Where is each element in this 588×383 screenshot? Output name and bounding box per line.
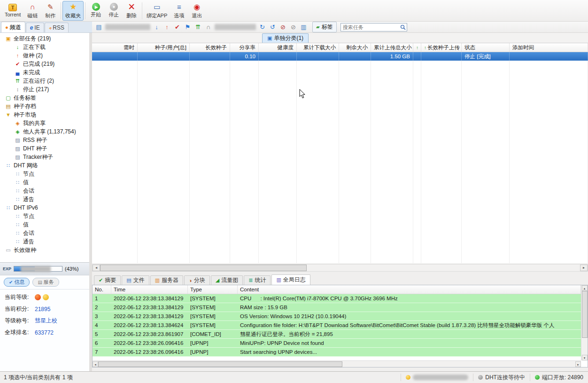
tab-servers[interactable]: ▥服务器 — [150, 275, 183, 285]
hscroll-thumb[interactable] — [100, 265, 307, 271]
priority-up-icon[interactable]: ⇈ — [194, 23, 202, 31]
tags-button[interactable]: ▰ 标签 — [312, 22, 337, 32]
column-header-downloaded-size[interactable]: 累计下载大小 — [297, 43, 339, 52]
pieces-icon: ◑ — [189, 278, 192, 283]
scroll-left-icon[interactable]: ◂ — [93, 265, 100, 271]
sidebar-item-longterm-seeding[interactable]: ▭长效做种 — [0, 246, 89, 254]
flag-icon[interactable]: ⚑ — [184, 23, 192, 31]
mark-finished-icon[interactable]: ✔ — [173, 23, 181, 31]
log-scroll-left-icon[interactable]: ◂ — [93, 361, 98, 367]
bind-app-button[interactable]: ▭绑定APP — [144, 1, 170, 21]
sidebar-item-torrent-archive[interactable]: ▤种子存档 — [0, 102, 89, 110]
tab-service[interactable]: ▤ 服务 — [32, 278, 59, 287]
column-header-added-time[interactable]: 添加时间 — [510, 43, 588, 52]
magnet-link-button[interactable]: ∩磁链 — [23, 1, 41, 21]
sidebar-item-dht6-announce[interactable]: ∷通告 — [0, 237, 89, 246]
column-header-uploaded-size[interactable]: 累计上传总大小 — [371, 43, 413, 52]
task-row[interactable]: 0.101.50 GB停止 [完成] — [92, 52, 588, 61]
sidebar-item-dht-sessions[interactable]: ∷会话 — [0, 187, 89, 195]
delete-button[interactable]: ✕删除 — [123, 1, 140, 21]
sidebar-item-dht-network[interactable]: ∷DHT 网络 — [0, 161, 89, 170]
log-column-type[interactable]: Type — [188, 285, 238, 294]
sidebar-item-dht6-values[interactable]: ∷值 — [0, 220, 89, 229]
log-vscrollbar[interactable]: ▴ ▾ — [581, 285, 588, 360]
sidebar-tab-rss[interactable]: »RSS — [45, 23, 69, 32]
sidebar-item-finished[interactable]: ✔已完成 (219) — [0, 60, 89, 68]
sidebar: ▣全部任务 (219)↓正在下载↑做种 (2)✔已完成 (219)▄未完成⇈正在… — [0, 33, 89, 371]
tab-global-log[interactable]: ▥全局日志 — [271, 274, 310, 285]
favorites-button[interactable]: ★收藏夹 — [62, 1, 84, 21]
log-cell: [SYSTEM] — [188, 294, 238, 303]
vscroll-thumb[interactable] — [582, 291, 588, 338]
undo-icon[interactable]: ↺ — [269, 23, 277, 31]
sidebar-item-dht-torrents[interactable]: ▨DHT 种子 — [0, 144, 89, 153]
sidebar-item-my-share[interactable]: ◈我的共享 — [0, 119, 89, 127]
disabled-icon[interactable]: ⊘ — [289, 23, 297, 31]
sidebar-item-running[interactable]: ⇈正在运行 (2) — [0, 77, 89, 85]
search-input[interactable] — [340, 23, 407, 31]
tab-statistics[interactable]: ≣统计 — [244, 275, 271, 285]
scroll-right-icon[interactable]: ▸ — [580, 265, 588, 271]
task-list-hscrollbar[interactable]: ◂ ▸ — [92, 264, 588, 272]
sidebar-item-torrent-market[interactable]: ▼种子市场 — [0, 110, 89, 119]
tab-single-category[interactable]: ▣ 单独分类(1) — [262, 33, 309, 43]
column-header-seeds-users[interactable]: 种子/用户[总] — [138, 43, 190, 52]
start-button[interactable]: ▶开始 — [87, 1, 105, 21]
search-icon[interactable] — [400, 24, 406, 30]
sidebar-item-rss-torrents[interactable]: ▨RSS 种子 — [0, 136, 89, 144]
sidebar-item-stopped[interactable]: ↕停止 (217) — [0, 85, 89, 94]
log-hscrollbar[interactable]: ◂ ▸ — [93, 360, 581, 367]
column-header-share-ratio[interactable]: 分享率 — [230, 43, 259, 52]
sidebar-item-downloading[interactable]: ↓正在下载 — [0, 43, 89, 51]
report-icon[interactable]: ▥ — [300, 23, 308, 31]
sidebar-item-dht-values[interactable]: ∷值 — [0, 178, 89, 187]
task-cell-status: 停止 [完成] — [462, 52, 510, 61]
new-task-icon[interactable]: ▤ — [95, 23, 103, 31]
message-status[interactable] — [401, 374, 473, 381]
no-entry-icon[interactable]: ⊘ — [279, 23, 287, 31]
refresh-icon[interactable]: ↻ — [258, 23, 266, 31]
column-header-health[interactable]: 健康度 — [259, 43, 297, 52]
tab-files[interactable]: ▤文件 — [122, 275, 149, 285]
column-header-upload-flag[interactable]: ↑ — [413, 43, 421, 52]
dht-status[interactable]: DHT连接等待中 — [473, 374, 530, 381]
column-header-eta[interactable]: 需时 — [92, 43, 138, 52]
log-column-no[interactable]: No. — [93, 285, 111, 294]
log-column-content[interactable]: Content — [238, 285, 581, 294]
sidebar-item-tracker-torrents[interactable]: ▨Tracker种子 — [0, 153, 89, 161]
log-column-time[interactable]: Time — [111, 285, 188, 294]
sidebar-tab-ie[interactable]: eIE — [26, 23, 44, 32]
sidebar-item-dht-ipv6[interactable]: ∷DHT IPv6 — [0, 203, 89, 212]
sidebar-item-seeding[interactable]: ↑做种 (2) — [0, 51, 89, 60]
log-hscroll-thumb[interactable] — [98, 361, 342, 367]
column-header-longterm-upload[interactable]: ↑长效种子上传 — [421, 43, 462, 52]
exit-button[interactable]: ◉退出 — [188, 1, 206, 21]
scroll-up-icon[interactable]: ▴ — [582, 285, 588, 291]
tab-info[interactable]: ✔ 信息 — [4, 278, 30, 287]
sidebar-item-dht6-nodes[interactable]: ∷节点 — [0, 212, 89, 220]
tab-traffic[interactable]: ◢流量图 — [211, 275, 243, 285]
column-header-longterm-seeds[interactable]: 长效种子 — [190, 43, 230, 52]
move-down-icon[interactable]: ↓ — [153, 23, 161, 31]
column-header-status[interactable]: 状态 — [462, 43, 510, 52]
options-button[interactable]: ≡选项 — [170, 1, 188, 21]
tab-summary[interactable]: ✔摘要 — [94, 275, 121, 285]
sidebar-item-unfinished[interactable]: ▄未完成 — [0, 68, 89, 77]
sidebar-item-all-tasks[interactable]: ▣全部任务 (219) — [0, 34, 89, 43]
magnet-small-icon[interactable]: ∩ — [204, 23, 212, 31]
make-torrent-button[interactable]: ✎制作 — [41, 1, 59, 21]
tab-pieces[interactable]: ◑分块 — [184, 275, 210, 285]
move-up-icon[interactable]: ↑ — [163, 23, 171, 31]
sidebar-tab-channel[interactable]: ●频道 — [1, 22, 25, 32]
sidebar-item-others-share[interactable]: ◈他人共享 (1,137,754) — [0, 127, 89, 136]
log-scroll-right-icon[interactable]: ▸ — [575, 361, 581, 367]
stop-button[interactable]: ■停止 — [105, 1, 123, 21]
port-status[interactable]: 端口开放: 24890 — [530, 374, 588, 381]
torrent-button[interactable]: TTorrent — [2, 1, 23, 21]
sidebar-item-task-tags[interactable]: ▢任务标签 — [0, 94, 89, 102]
scroll-down-icon[interactable]: ▾ — [582, 355, 588, 360]
column-header-remaining-size[interactable]: 剩余大小 — [339, 43, 371, 52]
sidebar-item-dht-announce[interactable]: ∷通告 — [0, 195, 89, 203]
sidebar-item-dht6-sessions[interactable]: ∷会话 — [0, 229, 89, 237]
sidebar-item-dht-nodes[interactable]: ∷节点 — [0, 170, 89, 178]
